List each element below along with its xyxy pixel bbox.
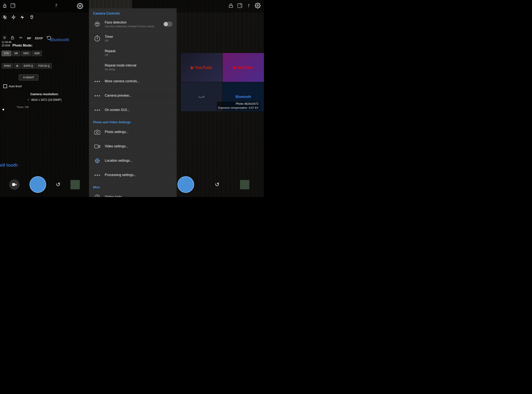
right-settings-icon[interactable]: [255, 3, 261, 10]
mode-row-1: STD NR DRO HDR: [0, 50, 89, 57]
auto-level-checkbox[interactable]: [3, 84, 7, 88]
on-screen-gui-content: On screen GUI...: [105, 108, 172, 112]
location-settings-item[interactable]: Location settings...: [89, 154, 177, 168]
left-panel: Z4 A: [0, 0, 89, 197]
camera-preview-content: Camera preview...: [105, 94, 172, 98]
mode-dro[interactable]: DRO: [21, 51, 31, 56]
thumbnail-preview-right[interactable]: [240, 180, 249, 189]
left-storage-display: 20.6GB: [2, 44, 10, 47]
timer-content: Timer Off: [105, 35, 172, 42]
exposure-icon[interactable]: [10, 3, 15, 9]
bluetooth-bg-text: Bluetooth: [50, 37, 69, 42]
svg-rect-40: [229, 5, 233, 7]
tooth-text: ell tooth: [0, 162, 18, 168]
face-detection-item[interactable]: Face detection Use face detection instea…: [89, 17, 177, 31]
edof-label[interactable]: EDOF: [35, 36, 43, 40]
mode-grid[interactable]: ⊞: [14, 63, 21, 69]
lock2-icon[interactable]: [10, 36, 15, 41]
lock-icon[interactable]: Z4: [2, 3, 7, 9]
flash-off-icon[interactable]: [2, 15, 7, 21]
video-settings-item[interactable]: Video settings...: [89, 140, 177, 154]
repeat-icon: [93, 49, 101, 57]
processing-settings-item[interactable]: Processing settings...: [89, 168, 177, 182]
photo-settings-title: Photo settings...: [105, 130, 172, 134]
mode-nr[interactable]: NR: [12, 51, 20, 56]
svg-point-20: [96, 23, 97, 24]
more-camera-controls-content: More camera controls...: [105, 79, 172, 83]
mf-label[interactable]: MF: [27, 36, 31, 40]
svg-point-33: [95, 159, 99, 163]
repeat-interval-item[interactable]: Repeat mode interval No delay: [89, 60, 177, 74]
thumbnail-preview-left[interactable]: [70, 180, 80, 189]
svg-point-42: [248, 4, 249, 5]
face-detection-toggle[interactable]: [163, 22, 172, 27]
auto-level-row: Auto-level: [3, 84, 22, 88]
misc-header: Misc: [89, 182, 177, 190]
timer-item[interactable]: Timer Off: [89, 31, 177, 46]
mode-pano[interactable]: PANO: [2, 63, 13, 69]
left-dot-indicator: [2, 109, 4, 110]
video-settings-icon: [93, 142, 101, 151]
right-rotate-button[interactable]: ↺: [215, 181, 219, 188]
more-icon[interactable]: [54, 3, 58, 9]
flash-torch-icon[interactable]: [30, 15, 34, 21]
right-shutter-button[interactable]: [177, 176, 194, 193]
svg-line-6: [57, 4, 57, 5]
x-night-button[interactable]: X-NIGHT: [19, 74, 38, 80]
photo-video-settings-header: Photo and Video Settings: [89, 117, 177, 125]
flash-auto-icon[interactable]: A: [11, 15, 16, 21]
camera-preview-title: Camera preview...: [105, 94, 172, 98]
svg-text:A: A: [13, 16, 14, 17]
more-camera-controls-title: More camera controls...: [105, 79, 172, 83]
face-detection-content: Face detection Use face detection instea…: [105, 21, 163, 28]
camera-preview-icon: [93, 92, 101, 100]
svg-marker-12: [21, 15, 24, 19]
mode-std[interactable]: STD: [2, 51, 11, 56]
video-mode-button[interactable]: [9, 179, 20, 190]
svg-point-43: [248, 5, 249, 6]
second-toolbar: A MF EDOF: [0, 12, 89, 23]
camera-controls-header: Camera Controls: [89, 8, 177, 17]
flash-on-icon[interactable]: [20, 15, 25, 21]
svg-rect-26: [97, 36, 98, 36]
svg-rect-41: [238, 4, 242, 8]
camera-preview-item[interactable]: Camera preview...: [89, 89, 177, 103]
resolution-prev-arrow[interactable]: <: [27, 98, 29, 102]
repeat-title: Repeat: [105, 49, 172, 53]
online-help-title: Online help: [105, 195, 172, 197]
svg-rect-18: [12, 183, 15, 186]
infinity-icon[interactable]: [18, 36, 23, 40]
online-help-item[interactable]: Online help: [89, 190, 177, 197]
repeat-item[interactable]: Repeat Off: [89, 46, 177, 60]
svg-point-25: [97, 38, 98, 39]
camera-resolution-value-row: < 4624 x 3472 (16.05MP): [0, 97, 89, 103]
right-lock-icon[interactable]: [229, 3, 233, 9]
svg-point-46: [257, 5, 258, 6]
screenshot-cell-3: العربية: [181, 82, 222, 111]
more-camera-controls-item[interactable]: More camera controls...: [89, 74, 177, 89]
svg-line-45: [249, 4, 250, 5]
on-screen-gui-title: On screen GUI...: [105, 108, 172, 112]
on-screen-gui-item[interactable]: On screen GUI...: [89, 103, 177, 117]
mode-hdr[interactable]: HDR: [32, 51, 42, 56]
auto-level-label: Auto-level: [9, 85, 22, 88]
right-more-icon[interactable]: [247, 4, 251, 9]
shutter-button[interactable]: [30, 176, 46, 193]
processing-settings-title: Processing settings...: [105, 173, 172, 177]
svg-rect-16: [11, 37, 14, 39]
mode-row-2: PANO ⊞ EXPO {} FOCUS {}: [0, 62, 89, 69]
svg-rect-2: [11, 4, 15, 8]
repeat-interval-content: Repeat mode interval No delay: [105, 64, 172, 71]
rotate-button[interactable]: ↺: [56, 181, 61, 188]
right-exposure-icon[interactable]: [237, 3, 242, 9]
right-photo-info: Photo 4624x3472 Exposure compensation -0…: [217, 102, 260, 110]
mode-focus[interactable]: FOCUS {}: [36, 63, 52, 69]
photo-settings-item[interactable]: Photo settings...: [89, 125, 177, 140]
settings-icon-left[interactable]: [77, 3, 83, 10]
mode-expo[interactable]: EXPO {}: [21, 63, 35, 69]
svg-point-5: [56, 6, 56, 7]
video-settings-title: Video settings...: [105, 145, 172, 148]
camera-resolution-value: 4624 x 3472 (16.05MP): [31, 98, 62, 101]
preferences-icon[interactable]: [2, 36, 7, 41]
svg-rect-29: [95, 145, 98, 148]
